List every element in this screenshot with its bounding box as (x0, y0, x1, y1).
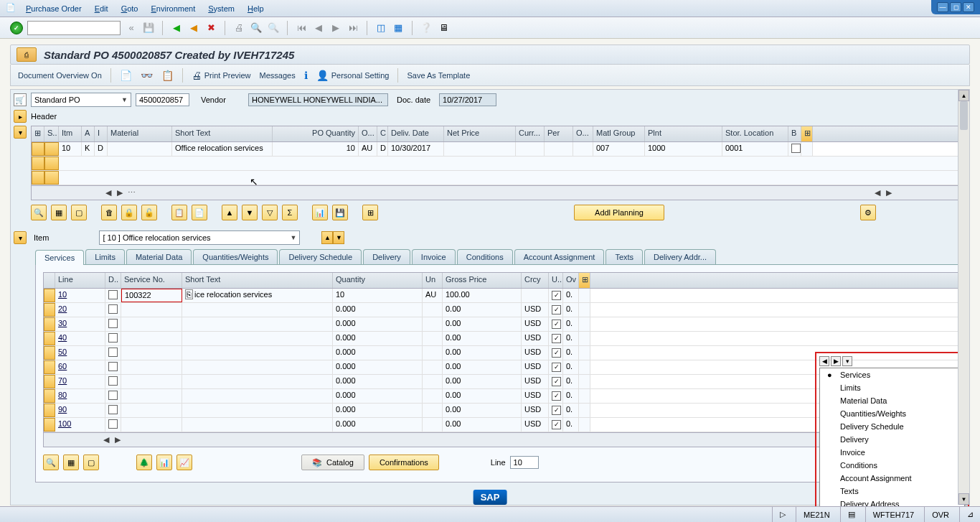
tab-menu-delivery[interactable]: Delivery (820, 433, 964, 446)
menu-system[interactable]: System (208, 4, 235, 13)
personal-setting-button[interactable]: 👤Personal Setting (316, 70, 390, 81)
col-material[interactable]: Material (108, 126, 172, 141)
po-type-dropdown[interactable]: Standard PO▼ (31, 93, 131, 107)
filter-icon[interactable]: ▽ (262, 205, 278, 220)
sum-icon[interactable]: Σ (282, 205, 298, 220)
tab-account-assignment[interactable]: Account Assignment (514, 249, 605, 264)
select-all-icon[interactable]: ▦ (51, 205, 67, 220)
delete-icon[interactable]: 🗑 (101, 205, 117, 220)
print-icon[interactable]: 🖨 (232, 22, 245, 34)
col-itm[interactable]: Itm (59, 126, 82, 141)
tab-delivery-addr[interactable]: Delivery Addr... (644, 249, 716, 264)
other-po-icon[interactable]: 👓 (141, 70, 153, 81)
item-row-empty[interactable] (32, 157, 966, 171)
scroll-thumb[interactable] (960, 101, 968, 130)
sort-desc-icon[interactable]: ▼ (242, 205, 258, 220)
menu-help[interactable]: Help (248, 4, 264, 13)
print-preview-button[interactable]: 🖨Print Preview (192, 70, 251, 81)
tab-delivery-schedule[interactable]: Delivery Schedule (279, 249, 362, 264)
copy-icon[interactable]: 📋 (171, 205, 187, 220)
tab-menu-conditions[interactable]: Conditions (820, 459, 964, 472)
close-button[interactable]: ✕ (963, 2, 974, 12)
service-row[interactable]: 300.0000.00USD0. (44, 317, 958, 332)
svc-select-icon[interactable]: ▦ (63, 455, 79, 470)
paste-icon[interactable]: 📄 (192, 205, 207, 220)
unlock-icon[interactable]: 🔓 (141, 205, 157, 220)
col-stor-loc[interactable]: Stor. Location (722, 126, 788, 141)
tab-scroll-left-icon[interactable]: ◀ (819, 356, 829, 366)
tab-menu-quantities[interactable]: Quantities/Weights (820, 407, 964, 420)
prev-page-icon[interactable]: ◀ (312, 22, 325, 34)
header-toggle[interactable]: ▸ (14, 110, 27, 123)
first-page-icon[interactable]: ⏮ (295, 22, 308, 34)
col-curr[interactable]: Curr... (516, 126, 545, 141)
tab-scroll-right-icon[interactable]: ▶ (831, 356, 841, 366)
tab-material-data[interactable]: Material Data (126, 249, 192, 264)
tab-menu-texts[interactable]: Texts (820, 485, 964, 498)
item-overview-toggle[interactable]: ▾ (14, 126, 27, 139)
menu-goto[interactable]: Goto (121, 4, 138, 13)
menu-edit[interactable]: Edit (95, 4, 108, 13)
tab-list-icon[interactable]: ▾ (842, 356, 852, 366)
col-matl-group[interactable]: Matl Group (593, 126, 645, 141)
default-values-icon[interactable]: ⚙ (860, 205, 876, 220)
next-page-icon[interactable]: ▶ (329, 22, 342, 34)
vendor-field[interactable] (248, 93, 388, 106)
tab-texts[interactable]: Texts (606, 249, 643, 264)
svc-col-gross-price[interactable]: Gross Price (443, 273, 522, 288)
tab-menu-limits[interactable]: Limits (820, 381, 964, 394)
tab-services[interactable]: Services (35, 250, 84, 265)
tab-invoice[interactable]: Invoice (412, 249, 456, 264)
help-icon[interactable]: ❔ (420, 22, 433, 34)
tab-quantities[interactable]: Quantities/Weights (193, 249, 278, 264)
confirmations-button[interactable]: Confirmations (369, 455, 439, 470)
export-icon[interactable]: 📊 (312, 205, 328, 220)
item-up-icon[interactable]: ▲ (321, 231, 333, 244)
layout-icon[interactable]: 🖥 (437, 22, 450, 34)
svc-col-short-text[interactable]: Short Text (182, 273, 333, 288)
exit-icon[interactable]: ◀ (187, 22, 200, 34)
addl-planning-button[interactable]: Addl Planning (574, 205, 664, 220)
item-selector-dropdown[interactable]: [ 10 ] Office relocation services▼ (99, 230, 300, 245)
tab-limits[interactable]: Limits (85, 249, 125, 264)
doc-overview-button[interactable]: Document Overview On (18, 71, 102, 80)
col-per[interactable]: Per (545, 126, 573, 141)
col-o[interactable]: O... (573, 126, 593, 141)
detail-icon[interactable]: 🔍 (31, 205, 47, 220)
scroll-right-icon[interactable]: ▶ (115, 188, 125, 198)
layout-save-icon[interactable]: 💾 (332, 205, 348, 220)
last-page-icon[interactable]: ⏭ (347, 22, 359, 34)
scroll-left2-icon[interactable]: ◀ (872, 188, 882, 198)
col-short-text[interactable]: Short Text (172, 126, 273, 141)
svc-tree-icon[interactable]: 🌲 (136, 455, 152, 470)
scroll-down-icon[interactable]: ▼ (958, 493, 969, 505)
messages-button[interactable]: Messages (260, 71, 296, 80)
svc-detail-icon[interactable]: 🔍 (43, 455, 59, 470)
menu-environment[interactable]: Environment (151, 4, 195, 13)
shortcut-icon[interactable]: ▦ (392, 22, 405, 34)
svc-col-quantity[interactable]: Quantity (333, 273, 423, 288)
col-a[interactable]: A (82, 126, 95, 141)
find-icon[interactable]: 🔍 (250, 22, 263, 34)
item-row[interactable]: 10 K D Office relocation services 10 AU … (32, 142, 966, 157)
create-icon[interactable]: 📄 (120, 70, 132, 81)
svc-deselect-icon[interactable]: ▢ (83, 455, 99, 470)
save-template-button[interactable]: Save As Template (407, 71, 470, 80)
col-config-icon[interactable]: ⊞ (32, 126, 44, 141)
tab-conditions[interactable]: Conditions (457, 249, 513, 264)
service-row[interactable]: 10100322⎘ice relocation services10AU100.… (44, 289, 958, 303)
tab-menu-material-data[interactable]: Material Data (820, 394, 964, 407)
tab-menu-invoice[interactable]: Invoice (820, 446, 964, 459)
tab-menu-account-assignment[interactable]: Account Assignment (820, 472, 964, 485)
item-row-empty[interactable] (32, 171, 966, 185)
deselect-icon[interactable]: ▢ (71, 205, 87, 220)
col-settings-icon[interactable]: ⊞ (801, 126, 813, 141)
catalog-button[interactable]: 📚Catalog (301, 455, 364, 470)
col-oun[interactable]: O... (359, 126, 377, 141)
cart-icon[interactable]: 🛒 (14, 93, 27, 106)
svc-col-config-icon[interactable]: ⊞ (579, 273, 590, 288)
col-plnt[interactable]: Plnt (645, 126, 722, 141)
cancel-icon[interactable]: ✖ (204, 22, 217, 34)
status-end-icon[interactable]: ⊿ (959, 507, 974, 522)
svc-scroll-left-icon[interactable]: ◀ (101, 435, 111, 445)
